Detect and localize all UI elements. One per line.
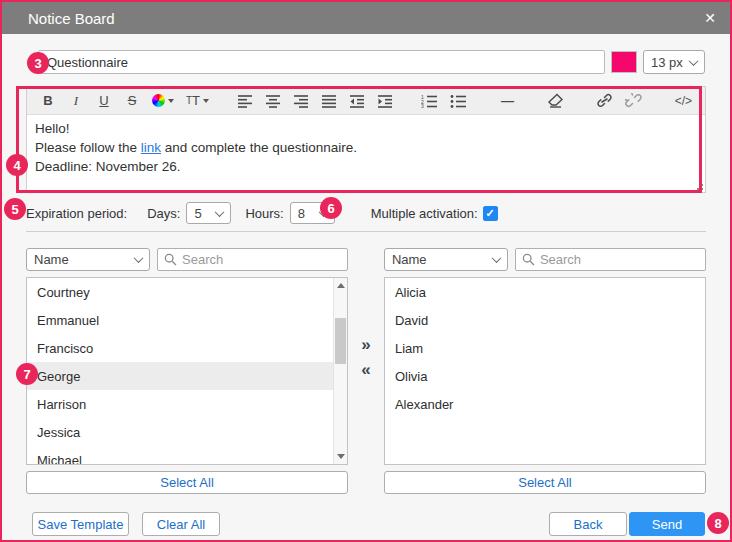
notice-board-dialog: Notice Board ✕ 13 px B I U S TT	[0, 0, 732, 542]
list-item[interactable]: Alexander	[385, 390, 705, 418]
chevron-down-icon	[203, 99, 209, 103]
left-filter-select[interactable]: Name	[26, 248, 150, 271]
list-item[interactable]: Courtney	[27, 278, 333, 306]
clear-all-button[interactable]: Clear All	[142, 512, 220, 536]
italic-icon[interactable]: I	[65, 90, 87, 112]
send-button[interactable]: Send	[629, 512, 705, 536]
list-item[interactable]: George	[27, 362, 333, 390]
align-right-icon[interactable]	[290, 90, 312, 112]
save-template-button[interactable]: Save Template	[32, 512, 129, 536]
list-item[interactable]: Liam	[385, 334, 705, 362]
editor-content[interactable]: Hello! Please follow the link and comple…	[27, 115, 705, 192]
move-left-icon[interactable]: «	[361, 361, 370, 378]
list-item[interactable]: Alicia	[385, 278, 705, 306]
indent-icon[interactable]	[374, 90, 396, 112]
horizontal-rule-icon[interactable]: —	[496, 90, 518, 112]
selected-users-list: AliciaDavidLiamOliviaAlexander	[384, 277, 706, 465]
days-label: Days:	[147, 206, 180, 221]
search-icon	[164, 253, 177, 266]
right-select-all-button[interactable]: Select All	[384, 471, 706, 494]
scroll-up-icon[interactable]	[334, 278, 347, 293]
list-item[interactable]: Michael	[27, 446, 333, 465]
left-select-all-button[interactable]: Select All	[26, 471, 348, 494]
chevron-down-icon	[215, 207, 225, 217]
left-search-input[interactable]	[157, 248, 348, 271]
recipient-picker: Name CourtneyEmmanuelFranciscoGeorgeHarr…	[26, 248, 706, 494]
dialog-title: Notice Board	[28, 10, 115, 27]
list-item[interactable]: Olivia	[385, 362, 705, 390]
scroll-down-icon[interactable]	[334, 449, 347, 464]
close-icon[interactable]: ✕	[704, 11, 716, 25]
expiration-label: Expiration period:	[26, 206, 127, 221]
editor-link[interactable]: link	[141, 140, 161, 155]
rich-text-editor: B I U S TT	[26, 86, 706, 193]
chevron-down-icon	[689, 56, 699, 66]
annotation-badge-6: 6	[320, 197, 342, 219]
footer: Save Template Clear All Back Send	[32, 512, 705, 536]
right-filter-select[interactable]: Name	[384, 248, 508, 271]
subject-row: 13 px	[38, 50, 705, 74]
code-view-icon[interactable]: </>	[672, 90, 695, 112]
underline-icon[interactable]: U	[93, 90, 115, 112]
resize-handle[interactable]	[695, 182, 703, 190]
section-divider	[26, 231, 706, 232]
days-select[interactable]: 5	[186, 202, 231, 224]
font-size-value: 13 px	[651, 55, 683, 70]
bold-icon[interactable]: B	[37, 90, 59, 112]
align-center-icon[interactable]	[262, 90, 284, 112]
font-color-icon[interactable]	[149, 90, 177, 112]
list-item[interactable]: Harrison	[27, 390, 333, 418]
multiple-activation-label: Multiple activation:	[371, 206, 478, 221]
hours-label: Hours:	[245, 206, 283, 221]
back-button[interactable]: Back	[549, 512, 627, 536]
scrollbar[interactable]	[333, 278, 347, 464]
move-right-icon[interactable]: »	[361, 336, 370, 353]
list-item[interactable]: David	[385, 306, 705, 334]
scrollbar-thumb[interactable]	[335, 318, 346, 364]
annotation-badge-4: 4	[6, 154, 28, 176]
link-icon[interactable]	[593, 90, 616, 112]
editor-line: Deadline: November 26.	[35, 157, 695, 176]
svg-text:3: 3	[421, 103, 424, 108]
align-left-icon[interactable]	[234, 90, 256, 112]
editor-line: Please follow the link and complete the …	[35, 138, 695, 157]
expiration-row: Expiration period: Days: 5 Hours: 8 Mult…	[26, 201, 706, 225]
unordered-list-icon[interactable]	[447, 90, 470, 112]
annotation-badge-8: 8	[707, 512, 729, 534]
selected-users-panel: Name AliciaDavidLiamOliviaAlexander Sele…	[384, 248, 706, 494]
annotation-badge-7: 7	[16, 363, 38, 385]
list-item[interactable]: Francisco	[27, 334, 333, 362]
search-icon	[522, 253, 535, 266]
font-size-icon[interactable]: TT	[183, 90, 212, 112]
list-item[interactable]: Emmanuel	[27, 306, 333, 334]
outdent-icon[interactable]	[346, 90, 368, 112]
color-wheel-icon	[152, 94, 165, 107]
transfer-controls: » «	[348, 248, 384, 494]
unlink-icon[interactable]	[622, 90, 645, 112]
available-users-list: CourtneyEmmanuelFranciscoGeorgeHarrisonJ…	[26, 277, 348, 465]
annotation-badge-3: 3	[27, 52, 49, 74]
annotation-badge-5: 5	[4, 198, 26, 220]
font-color-swatch[interactable]	[611, 51, 637, 73]
multiple-activation-checkbox[interactable]: ✓	[483, 206, 498, 221]
right-search-input[interactable]	[515, 248, 706, 271]
available-users-panel: Name CourtneyEmmanuelFranciscoGeorgeHarr…	[26, 248, 348, 494]
title-bar: Notice Board ✕	[2, 2, 730, 34]
chevron-down-icon	[491, 253, 501, 263]
list-item[interactable]: Jessica	[27, 418, 333, 446]
editor-line: Hello!	[35, 119, 695, 138]
check-icon: ✓	[486, 207, 495, 220]
chevron-down-icon	[134, 253, 144, 263]
align-justify-icon[interactable]	[318, 90, 340, 112]
font-size-select[interactable]: 13 px	[643, 50, 705, 74]
remove-format-icon[interactable]	[544, 90, 567, 112]
ordered-list-icon[interactable]: 1 2 3	[418, 90, 441, 112]
strikethrough-icon[interactable]: S	[121, 90, 143, 112]
chevron-down-icon	[168, 99, 174, 103]
subject-input[interactable]	[38, 50, 605, 74]
editor-toolbar: B I U S TT	[27, 87, 705, 115]
